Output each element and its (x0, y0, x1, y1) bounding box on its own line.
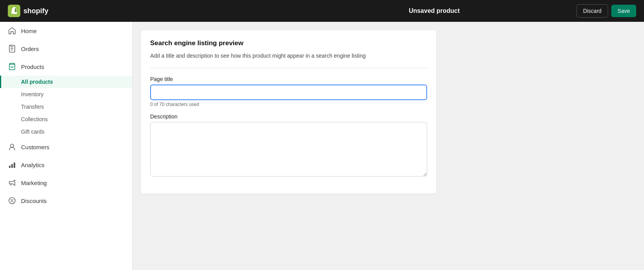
page-title-input[interactable] (150, 85, 427, 100)
sidebar-item-products-label: Products (21, 64, 44, 70)
char-count: 0 of 70 characters used (150, 102, 427, 107)
sidebar-item-analytics-label: Analytics (21, 162, 44, 168)
sidebar-subitem-collections[interactable]: Collections (0, 113, 132, 125)
page-title-field-group: Page title 0 of 70 characters used (150, 76, 427, 107)
sidebar-item-home[interactable]: Home (0, 22, 132, 40)
sidebar-item-analytics[interactable]: Analytics (0, 156, 132, 174)
sidebar-item-marketing-label: Marketing (21, 180, 47, 186)
logo-text: shopify (23, 7, 48, 15)
svg-rect-5 (14, 162, 15, 168)
svg-rect-1 (9, 45, 15, 52)
content-area: Search engine listing preview Add a titl… (133, 22, 644, 270)
sidebar-subitem-all-products[interactable]: All products (0, 76, 132, 88)
marketing-icon (8, 178, 16, 187)
sidebar-item-discounts-label: Discounts (21, 198, 47, 204)
top-header: shopify Unsaved product Discard Save (0, 0, 644, 22)
sidebar-item-products[interactable]: Products (0, 58, 132, 76)
products-icon (8, 62, 16, 71)
sidebar-item-orders[interactable]: Orders (0, 40, 132, 58)
sidebar-subitem-gift-cards[interactable]: Gift cards (0, 125, 132, 138)
header-actions: Discard Save (577, 4, 636, 18)
description-field-group: Description (150, 113, 427, 178)
sidebar: Home Orders Products (0, 22, 133, 270)
home-icon (8, 26, 16, 35)
orders-icon (8, 44, 16, 53)
sidebar-item-customers[interactable]: Customers (0, 138, 132, 156)
sidebar-item-discounts[interactable]: Discounts (0, 192, 132, 210)
sidebar-subitem-transfers[interactable]: Transfers (0, 101, 132, 113)
sidebar-subitem-inventory[interactable]: Inventory (0, 88, 132, 101)
card-description: Add a title and description to see how t… (150, 52, 427, 68)
discard-button[interactable]: Discard (577, 4, 608, 18)
header-page-title: Unsaved product (292, 7, 577, 14)
svg-point-2 (11, 144, 14, 147)
analytics-icon (8, 161, 16, 169)
page-title-label: Page title (150, 76, 427, 82)
main-layout: Home Orders Products (0, 22, 644, 270)
sidebar-item-customers-label: Customers (21, 144, 50, 150)
discounts-icon (8, 196, 16, 205)
sidebar-item-marketing[interactable]: Marketing (0, 174, 132, 192)
seo-card: Search engine listing preview Add a titl… (140, 30, 437, 194)
description-textarea[interactable] (150, 122, 427, 176)
shopify-logo-icon (8, 5, 20, 17)
save-button[interactable]: Save (611, 5, 636, 17)
description-label: Description (150, 113, 427, 120)
card-title: Search engine listing preview (150, 39, 427, 47)
sidebar-item-orders-label: Orders (21, 46, 39, 52)
sidebar-item-home-label: Home (21, 28, 37, 34)
customers-icon (8, 143, 16, 151)
svg-rect-3 (9, 166, 11, 168)
logo-area: shopify (8, 5, 292, 17)
svg-rect-4 (11, 164, 13, 168)
